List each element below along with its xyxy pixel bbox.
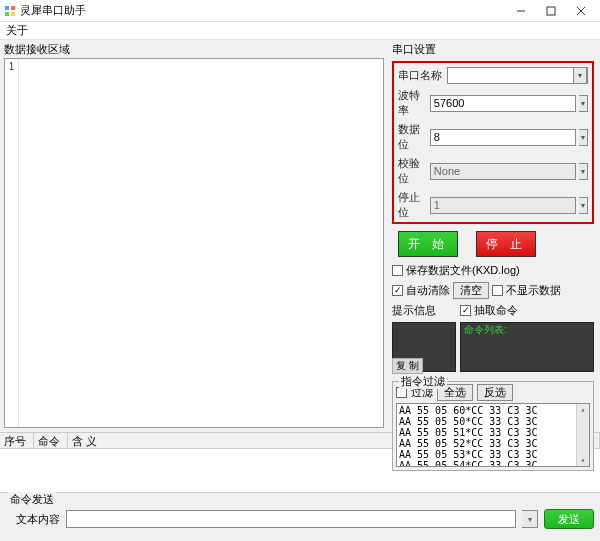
svg-rect-3 [11,12,15,16]
svg-rect-5 [547,7,555,15]
grid-col-seq[interactable]: 序号 [0,433,34,448]
chevron-down-icon[interactable]: ▾ [579,197,588,214]
parity-input[interactable] [430,163,576,180]
data-recv-area[interactable]: 1 [4,58,384,428]
scroll-down-icon[interactable]: ▾ [581,455,586,466]
minimize-button[interactable] [506,1,536,21]
invert-button[interactable]: 反选 [477,384,513,401]
serial-settings-label: 串口设置 [392,42,594,57]
databits-label: 数据位 [398,122,427,152]
save-log-checkbox[interactable] [392,265,403,276]
chevron-down-icon[interactable]: ▾ [579,95,588,112]
svg-rect-0 [5,6,9,10]
scroll-up-icon[interactable]: ▴ [581,404,586,415]
auto-clear-checkbox[interactable]: ✓ [392,285,403,296]
databits-input[interactable] [430,129,576,146]
serial-settings-group: 串口名称 ▾ 波特率 ▾ 数据位 ▾ 校验位 ▾ 停止位 ▾ [392,61,594,224]
chevron-down-icon[interactable]: ▾ [579,129,588,146]
extract-cmd-label: 抽取命令 [474,303,518,318]
titlebar: 灵犀串口助手 [0,0,600,22]
hide-data-label: 不显示数据 [506,283,561,298]
start-button[interactable]: 开 始 [398,231,458,257]
copy-button[interactable]: 复 制 [392,358,423,374]
hide-data-checkbox[interactable] [492,285,503,296]
filter-list-item[interactable]: AA 55 05 52*CC 33 C3 3C [399,438,587,449]
svg-rect-1 [11,6,15,10]
send-group-label: 命令发送 [8,492,56,507]
chevron-down-icon[interactable]: ▾ [579,163,588,180]
filter-list-item[interactable]: AA 55 05 54*CC 33 C3 3C [399,460,587,467]
filter-list-item[interactable]: AA 55 05 53*CC 33 C3 3C [399,449,587,460]
extract-cmd-checkbox[interactable]: ✓ [460,305,471,316]
menu-about[interactable]: 关于 [6,23,28,38]
send-group: 命令发送 文本内容 ▾ 发送 [0,492,600,541]
filter-group-label: 指令过滤 [399,374,447,389]
parity-label: 校验位 [398,156,427,186]
chevron-down-icon: ▾ [573,67,587,84]
filter-list-item[interactable]: AA 55 05 51*CC 33 C3 3C [399,427,587,438]
chevron-down-icon[interactable]: ▾ [522,510,538,528]
port-name-label: 串口名称 [398,68,444,83]
maximize-button[interactable] [536,1,566,21]
auto-clear-label: 自动清除 [406,283,450,298]
stopbits-label: 停止位 [398,190,427,220]
grid-col-meaning[interactable]: 含 义 [68,433,400,448]
filter-list-item[interactable]: AA 55 05 50*CC 33 C3 3C [399,416,587,427]
port-name-select[interactable]: ▾ [447,67,588,84]
send-text-label: 文本内容 [6,512,60,527]
filter-group: 指令过滤 过滤 全选 反选 AA 55 05 60*CC 33 C3 3CAA … [392,381,594,471]
menubar: 关于 [0,22,600,40]
send-button[interactable]: 发送 [544,509,594,529]
scrollbar[interactable]: ▴▾ [576,404,589,466]
stop-button[interactable]: 停 止 [476,231,536,257]
grid-col-cmd[interactable]: 命令 [34,433,68,448]
baud-label: 波特率 [398,88,427,118]
baud-input[interactable] [430,95,576,112]
filter-list[interactable]: AA 55 05 60*CC 33 C3 3CAA 55 05 50*CC 33… [396,403,590,467]
data-recv-label: 数据接收区域 [4,42,384,57]
window-title: 灵犀串口助手 [20,3,86,18]
hint-label: 提示信息 [392,303,436,319]
close-button[interactable] [566,1,596,21]
svg-rect-2 [5,12,9,16]
filter-list-item[interactable]: AA 55 05 60*CC 33 C3 3C [399,405,587,416]
stopbits-input[interactable] [430,197,576,214]
cmd-list-label: 命令列表: [464,323,507,337]
line-number: 1 [5,59,19,427]
clear-button[interactable]: 清空 [453,282,489,299]
send-text-input[interactable] [66,510,516,528]
save-log-label: 保存数据文件(KXD.log) [406,263,520,278]
app-icon [4,5,16,17]
